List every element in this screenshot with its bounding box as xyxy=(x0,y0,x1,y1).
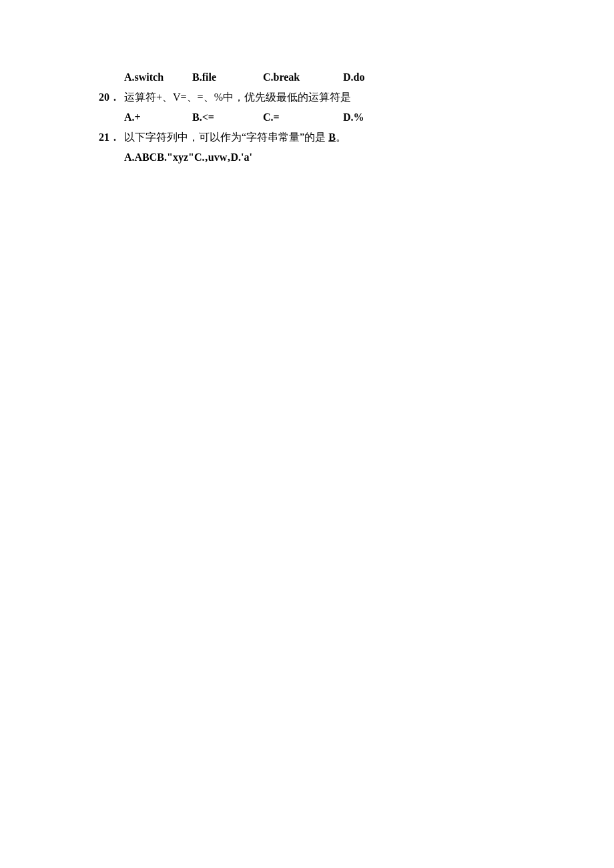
q19-option-a: A.switch xyxy=(124,72,192,83)
q21-dot: . xyxy=(109,132,121,143)
q19-option-c: C.break xyxy=(263,72,343,83)
q20-option-d: D.% xyxy=(343,112,383,123)
q20-option-c: C.= xyxy=(263,112,343,123)
q21-number: 21 xyxy=(87,132,109,143)
q20-dot: . xyxy=(109,92,121,103)
q19-options-row: A.switch B.file C.break D.do xyxy=(87,72,614,83)
q21-text-pre: 以下字符列中，可以作为“字符串常量”的是 xyxy=(124,131,328,143)
q21-text: 以下字符列中，可以作为“字符串常量”的是 B。 xyxy=(121,132,346,143)
q20-option-a: A.+ xyxy=(124,112,192,123)
q21-answers-row: A.ABCB."xyz"C.‚uvw‚D.'a' xyxy=(87,152,614,163)
q21-answer: B xyxy=(328,131,336,143)
q20-option-b: B.<= xyxy=(192,112,263,123)
q20-text: 运算符+、V=、=、%中，优先级最低的运算符是 xyxy=(121,92,351,103)
q21-answers-text: A.ABCB."xyz"C.‚uvw‚D.'a' xyxy=(124,152,252,163)
q20-stem-row: 20 . 运算符+、V=、=、%中，优先级最低的运算符是 xyxy=(87,92,614,103)
q20-options-row: A.+ B.<= C.= D.% xyxy=(87,112,614,123)
q21-stem-row: 21 . 以下字符列中，可以作为“字符串常量”的是 B。 xyxy=(87,132,614,143)
q19-option-d: D.do xyxy=(343,72,383,83)
q21-text-post: 。 xyxy=(336,131,346,143)
q19-option-b: B.file xyxy=(192,72,263,83)
exam-page: A.switch B.file C.break D.do 20 . 运算符+、V… xyxy=(0,0,614,163)
q20-number: 20 xyxy=(87,92,109,103)
